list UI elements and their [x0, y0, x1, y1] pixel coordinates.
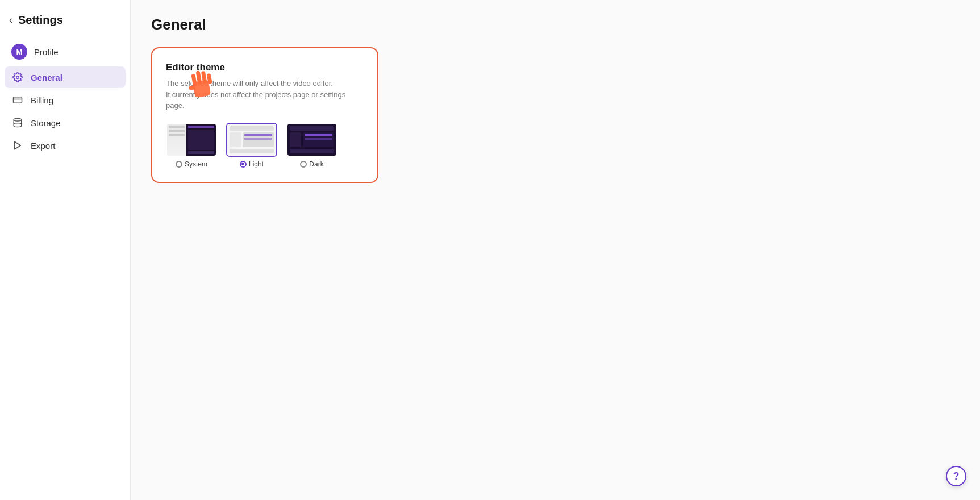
sidebar: ‹ Settings M Profile General: [0, 0, 131, 500]
theme-option-light[interactable]: Light: [226, 123, 277, 168]
help-button[interactable]: ?: [946, 466, 966, 486]
sidebar-item-label-general: General: [31, 73, 62, 82]
theme-card-description: The selected theme will only affect the …: [166, 78, 364, 111]
sidebar-item-billing[interactable]: Billing: [5, 89, 126, 111]
svg-rect-1: [14, 97, 22, 103]
theme-card: Editor theme The selected theme will onl…: [151, 47, 378, 183]
theme-card-title: Editor theme: [166, 62, 364, 73]
light-theme-label: Light: [249, 160, 264, 168]
page-title: General: [151, 16, 960, 34]
storage-icon: [11, 118, 24, 128]
theme-option-system[interactable]: System: [166, 123, 217, 168]
sidebar-item-label-export: Export: [31, 141, 55, 151]
system-theme-label: System: [185, 160, 207, 168]
svg-point-0: [16, 76, 19, 79]
billing-icon: [11, 95, 24, 105]
light-radio[interactable]: [240, 161, 247, 168]
sidebar-item-general[interactable]: General: [5, 66, 126, 88]
sidebar-item-label-billing: Billing: [31, 95, 53, 105]
system-theme-preview: [166, 123, 217, 157]
dark-radio[interactable]: [300, 161, 307, 168]
sidebar-item-profile[interactable]: M Profile: [5, 38, 126, 65]
dark-label-row: Dark: [300, 160, 323, 168]
system-label-row: System: [176, 160, 207, 168]
avatar: M: [11, 44, 27, 60]
light-label-row: Light: [240, 160, 264, 168]
sidebar-item-storage[interactable]: Storage: [5, 112, 126, 134]
svg-marker-4: [15, 141, 21, 149]
dark-theme-preview: [286, 123, 337, 157]
svg-point-3: [14, 119, 22, 122]
sidebar-item-label-storage: Storage: [31, 118, 61, 128]
system-radio[interactable]: [176, 161, 182, 168]
theme-option-dark[interactable]: Dark: [286, 123, 337, 168]
gear-icon: [11, 72, 24, 82]
theme-options: System: [166, 123, 364, 168]
sidebar-header: ‹ Settings: [0, 9, 130, 38]
main-content: General Editor theme The selected theme …: [131, 0, 980, 500]
export-icon: [11, 140, 24, 151]
back-button[interactable]: ‹: [9, 14, 12, 26]
light-theme-preview: [226, 123, 277, 157]
settings-title: Settings: [18, 14, 63, 27]
sidebar-item-export[interactable]: Export: [5, 135, 126, 156]
sidebar-nav: M Profile General Billing: [0, 38, 130, 156]
sidebar-item-label-profile: Profile: [34, 47, 59, 57]
dark-theme-label: Dark: [309, 160, 323, 168]
